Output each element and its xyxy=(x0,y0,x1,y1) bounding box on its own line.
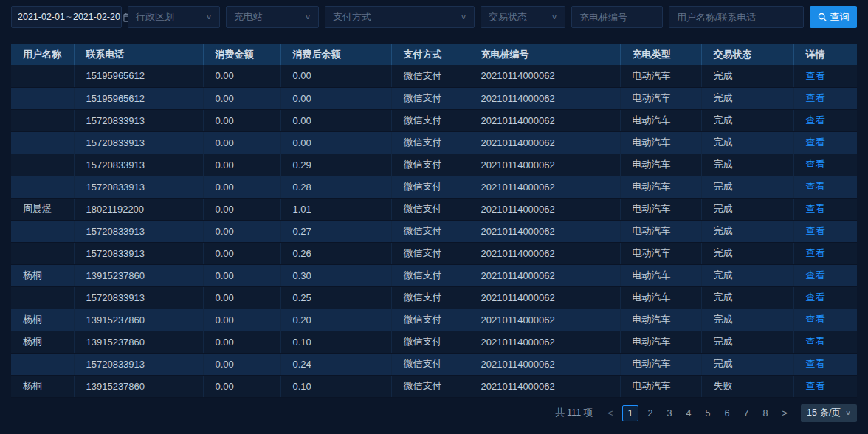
chevron-down-icon: ∨ xyxy=(305,13,311,21)
cell-detail: 查看 xyxy=(793,264,857,286)
detail-link[interactable]: 查看 xyxy=(806,92,825,103)
search-button[interactable]: 查询 xyxy=(810,6,857,28)
cell-detail: 查看 xyxy=(793,131,857,154)
col-phone: 联系电话 xyxy=(74,44,203,65)
station-select[interactable]: 充电站 ∨ xyxy=(226,6,319,28)
cell-status: 完成 xyxy=(701,176,793,198)
cell-amount: 0.00 xyxy=(203,353,280,375)
detail-link[interactable]: 查看 xyxy=(806,114,825,125)
transactions-table: 用户名称 联系电话 消费金额 消费后余额 支付方式 充电桩编号 充电类型 交易状… xyxy=(11,44,857,398)
transaction-status-select[interactable]: 交易状态 ∨ xyxy=(480,6,565,28)
next-page-button[interactable]: > xyxy=(777,405,792,421)
cell-type: 电动汽车 xyxy=(620,242,701,264)
cell-balance: 0.24 xyxy=(280,353,391,375)
cell-type: 电动汽车 xyxy=(620,331,701,353)
detail-link[interactable]: 查看 xyxy=(806,70,825,81)
cell-amount: 0.00 xyxy=(203,375,280,397)
col-pile-number: 充电桩编号 xyxy=(469,44,620,65)
table-row: 157208339130.000.29微信支付20210114000062电动汽… xyxy=(11,154,857,176)
cell-phone: 15720833913 xyxy=(74,176,203,198)
col-status: 交易状态 xyxy=(701,44,793,65)
page-button-4[interactable]: 4 xyxy=(681,405,696,421)
detail-link[interactable]: 查看 xyxy=(806,225,825,236)
cell-amount: 0.00 xyxy=(203,87,280,109)
cell-balance: 0.29 xyxy=(280,154,391,176)
user-search-input[interactable] xyxy=(669,7,803,27)
detail-link[interactable]: 查看 xyxy=(806,336,825,347)
pile-number-input[interactable] xyxy=(572,7,662,27)
cell-detail: 查看 xyxy=(793,87,857,109)
cell-balance: 0.27 xyxy=(280,220,391,242)
detail-link[interactable]: 查看 xyxy=(806,137,825,148)
page-button-7[interactable]: 7 xyxy=(739,405,754,421)
cell-type: 电动汽车 xyxy=(620,286,701,309)
search-icon xyxy=(818,13,827,21)
cell-detail: 查看 xyxy=(793,220,857,242)
page-button-1[interactable]: 1 xyxy=(622,405,638,421)
table-row: 157208339130.000.25微信支付20210114000062电动汽… xyxy=(11,286,857,309)
table-row: 157208339130.000.00微信支付20210114000062电动汽… xyxy=(11,131,857,154)
cell-balance: 0.20 xyxy=(280,309,391,331)
cell-type: 电动汽车 xyxy=(620,87,701,109)
table-header: 用户名称 联系电话 消费金额 消费后余额 支付方式 充电桩编号 充电类型 交易状… xyxy=(11,44,857,65)
cell-type: 电动汽车 xyxy=(620,176,701,198)
table-row: 杨桐139152378600.000.10微信支付20210114000062电… xyxy=(11,375,857,397)
page-size-select[interactable]: 15 条/页 ∨ xyxy=(801,404,857,422)
transactions-page: 2021-02-01 ~ 2021-02-20 行政区划 ∨ 充电站 ∨ 支付方… xyxy=(0,0,868,434)
page-button-5[interactable]: 5 xyxy=(700,405,715,421)
cell-name xyxy=(11,109,74,131)
cell-payment: 微信支付 xyxy=(391,309,469,331)
prev-page-button[interactable]: < xyxy=(603,405,618,421)
cell-pile: 20210114000062 xyxy=(469,242,620,264)
chevron-down-icon: ∨ xyxy=(461,13,466,21)
region-select[interactable]: 行政区划 ∨ xyxy=(128,6,220,28)
chevron-down-icon: ∨ xyxy=(845,409,851,416)
cell-status: 完成 xyxy=(701,154,793,176)
col-user-name: 用户名称 xyxy=(11,44,74,65)
col-amount: 消费金额 xyxy=(203,44,280,65)
detail-link[interactable]: 查看 xyxy=(806,159,825,170)
detail-link[interactable]: 查看 xyxy=(806,380,825,391)
cell-balance: 0.30 xyxy=(280,264,391,286)
cell-payment: 微信支付 xyxy=(391,353,469,375)
filter-bar: 2021-02-01 ~ 2021-02-20 行政区划 ∨ 充电站 ∨ 支付方… xyxy=(0,0,868,28)
detail-link[interactable]: 查看 xyxy=(806,269,825,280)
cell-status: 完成 xyxy=(701,331,793,353)
detail-link[interactable]: 查看 xyxy=(806,203,825,214)
detail-link[interactable]: 查看 xyxy=(806,247,825,258)
cell-pile: 20210114000062 xyxy=(469,331,620,353)
cell-status: 完成 xyxy=(701,242,793,264)
detail-link[interactable]: 查看 xyxy=(806,358,825,369)
detail-link[interactable]: 查看 xyxy=(806,292,825,303)
cell-status: 完成 xyxy=(701,87,793,109)
page-button-6[interactable]: 6 xyxy=(720,405,734,421)
cell-detail: 查看 xyxy=(793,353,857,375)
page-button-3[interactable]: 3 xyxy=(662,405,677,421)
payment-method-select[interactable]: 支付方式 ∨ xyxy=(325,6,475,28)
cell-name xyxy=(11,131,74,154)
page-button-2[interactable]: 2 xyxy=(643,405,658,421)
cell-phone: 13915237860 xyxy=(74,375,203,397)
cell-type: 电动汽车 xyxy=(620,353,701,375)
cell-phone: 15195965612 xyxy=(74,65,203,87)
cell-amount: 0.00 xyxy=(203,220,280,242)
cell-status: 完成 xyxy=(701,109,793,131)
cell-type: 电动汽车 xyxy=(620,65,701,87)
cell-status: 完成 xyxy=(701,353,793,375)
cell-balance: 0.26 xyxy=(280,242,391,264)
page-size-label: 15 条/页 xyxy=(807,407,841,419)
page-button-8[interactable]: 8 xyxy=(758,405,773,421)
detail-link[interactable]: 查看 xyxy=(806,314,825,325)
cell-name xyxy=(11,286,74,309)
detail-link[interactable]: 查看 xyxy=(806,181,825,192)
col-charge-type: 充电类型 xyxy=(620,44,701,65)
cell-pile: 20210114000062 xyxy=(469,154,620,176)
cell-type: 电动汽车 xyxy=(620,131,701,154)
payment-select-placeholder: 支付方式 xyxy=(333,10,371,24)
cell-payment: 微信支付 xyxy=(391,65,469,87)
date-range-picker[interactable]: 2021-02-01 ~ 2021-02-20 xyxy=(11,6,122,28)
cell-amount: 0.00 xyxy=(203,198,280,220)
table-row: 157208339130.000.00微信支付20210114000062电动汽… xyxy=(11,109,857,131)
cell-status: 完成 xyxy=(701,65,793,87)
table-row: 151959656120.000.00微信支付20210114000062电动汽… xyxy=(11,87,857,109)
